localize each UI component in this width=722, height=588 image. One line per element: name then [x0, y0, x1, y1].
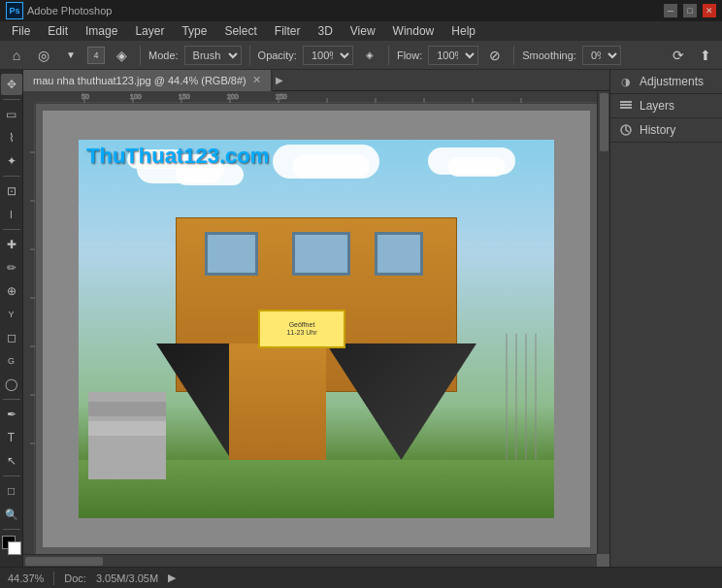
opacity-label: Opacity: [258, 49, 297, 61]
gradient-tool[interactable]: G [1, 350, 22, 372]
svg-text:150: 150 [179, 93, 190, 100]
eraser-tool[interactable]: ◻ [1, 327, 22, 348]
history-header[interactable]: History [610, 118, 722, 142]
horizontal-scrollbar-thumb[interactable] [25, 557, 103, 566]
layers-title: Layers [640, 99, 674, 113]
crop-tool[interactable]: ⊡ [1, 180, 22, 202]
title-bar-controls: ─ □ ✕ [664, 4, 716, 17]
zoom-tool[interactable]: 🔍 [1, 504, 22, 525]
vertical-scrollbar[interactable] [597, 91, 609, 554]
adjustments-panel: ◑ Adjustments [610, 70, 722, 94]
svg-text:50: 50 [82, 93, 89, 100]
menu-bar: FileEditImageLayerTypeSelectFilter3DView… [0, 21, 722, 41]
clone-tool[interactable]: ⊕ [1, 280, 22, 302]
ruler-corner [23, 91, 36, 104]
separator-4 [513, 46, 514, 65]
brush-tool[interactable]: ✏ [1, 257, 22, 278]
type-tool[interactable]: T [1, 427, 22, 448]
separator-3 [388, 46, 389, 65]
airbrush-icon[interactable]: ⊘ [484, 45, 506, 66]
menu-item-image[interactable]: Image [78, 22, 125, 40]
menu-item-type[interactable]: Type [174, 22, 214, 40]
tool-sep-1 [3, 99, 20, 100]
house-middle-lower [229, 343, 326, 460]
layers-header[interactable]: Layers [610, 94, 722, 117]
magic-wand-tool[interactable]: ✦ [1, 150, 22, 172]
pressure-opacity-icon[interactable]: ◈ [359, 45, 380, 66]
horizontal-scrollbar[interactable] [23, 554, 597, 567]
ruler-horizontal: 50 100 150 200 250 [36, 91, 597, 104]
svg-rect-24 [620, 104, 632, 106]
active-tab[interactable]: mau nha thuthuat123.jpg @ 44.4% (RGB/8#)… [23, 70, 272, 91]
history-panel: History [610, 118, 722, 143]
tab-filename: mau nha thuthuat123.jpg @ 44.4% (RGB/8#) [33, 75, 246, 86]
tab-close-button[interactable]: ✕ [252, 74, 261, 86]
maximize-button[interactable]: □ [683, 4, 697, 17]
adjustments-title: Adjustments [640, 75, 704, 88]
foreground-color[interactable] [2, 536, 21, 555]
cloud-5 [292, 154, 370, 179]
svg-rect-26 [620, 101, 632, 103]
svg-rect-25 [620, 107, 632, 109]
home-icon[interactable]: ⌂ [6, 45, 27, 66]
svg-text:200: 200 [227, 93, 239, 100]
dodge-tool[interactable]: ◯ [1, 374, 22, 395]
shape-tool[interactable]: □ [1, 480, 22, 502]
path-select-tool[interactable]: ↖ [1, 450, 22, 472]
menu-item-view[interactable]: View [343, 22, 383, 40]
pen-tool[interactable]: ✒ [1, 404, 22, 425]
separator-1 [140, 46, 141, 65]
menu-item-help[interactable]: Help [443, 22, 483, 40]
cloud-2 [127, 149, 185, 169]
adjustments-header[interactable]: ◑ Adjustments [610, 70, 722, 93]
vertical-scrollbar-thumb[interactable] [600, 93, 608, 151]
separator-2 [249, 46, 250, 65]
history-title: History [640, 123, 675, 137]
flow-select[interactable]: 100% [428, 46, 478, 65]
menu-item-select[interactable]: Select [216, 22, 264, 40]
tool-sep-6 [3, 529, 20, 530]
options-bar: ⌂ ◎ ▼ 4 ◈ Mode: Brush Opacity: 100% ◈ Fl… [0, 41, 722, 70]
brush-options-icon[interactable]: ▼ [60, 45, 82, 66]
opacity-select[interactable]: 100% [303, 46, 353, 65]
eyedropper-tool[interactable]: I [1, 204, 22, 225]
marquee-tool[interactable]: ▭ [1, 104, 22, 125]
layers-icon [618, 98, 634, 114]
toolbar: ✥ ▭ ⌇ ✦ ⊡ I ✚ ✏ ⊕ Y ◻ G ◯ ✒ T ↖ □ 🔍 [0, 70, 23, 567]
menu-item-window[interactable]: Window [385, 22, 443, 40]
menu-item-3d[interactable]: 3D [310, 22, 340, 40]
canvas-image: Geöffnet11-23 Uhr [79, 140, 554, 518]
lasso-tool[interactable]: ⌇ [1, 127, 22, 148]
title-bar-title: Adobe Photoshop [27, 5, 112, 16]
scroll-right-icon[interactable]: ▶ [272, 70, 287, 91]
share-icon[interactable]: ⬆ [695, 45, 716, 66]
mode-label: Mode: [148, 49, 179, 61]
title-bar: Ps Adobe Photoshop ─ □ ✕ [0, 0, 722, 21]
menu-item-filter[interactable]: Filter [267, 22, 309, 40]
menu-item-layer[interactable]: Layer [127, 22, 172, 40]
main-area: ✥ ▭ ⌇ ✦ ⊡ I ✚ ✏ ⊕ Y ◻ G ◯ ✒ T ↖ □ 🔍 m [0, 70, 722, 567]
menu-item-file[interactable]: File [4, 22, 38, 40]
menu-item-edit[interactable]: Edit [40, 22, 76, 40]
rotate-icon[interactable]: ⟳ [668, 45, 689, 66]
history-brush-tool[interactable]: Y [1, 304, 22, 325]
right-panel: ◑ Adjustments Layers [609, 70, 722, 567]
smoothing-select[interactable]: 0% [582, 46, 621, 65]
doc-label: Doc: [64, 572, 86, 584]
canvas-inner[interactable]: Geöffnet11-23 Uhr [43, 111, 590, 547]
smoothing-label: Smoothing: [522, 49, 576, 61]
paint-mode-icon[interactable]: ◈ [111, 45, 132, 66]
brush-size-display: 4 [87, 47, 105, 64]
minimize-button[interactable]: ─ [664, 4, 677, 17]
brush-preset-icon[interactable]: ◎ [33, 45, 54, 66]
ruler-vertical [23, 104, 36, 554]
tool-sep-5 [3, 475, 20, 476]
move-tool[interactable]: ✥ [1, 74, 22, 95]
roof-right [326, 343, 476, 460]
arrow-icon[interactable]: ▶ [168, 572, 176, 584]
canvas-scroll[interactable]: 50 100 150 200 250 [23, 91, 609, 567]
mode-select[interactable]: Brush [184, 46, 242, 65]
heal-tool[interactable]: ✚ [1, 234, 22, 255]
cloud-7 [447, 157, 506, 177]
close-button[interactable]: ✕ [703, 4, 716, 17]
